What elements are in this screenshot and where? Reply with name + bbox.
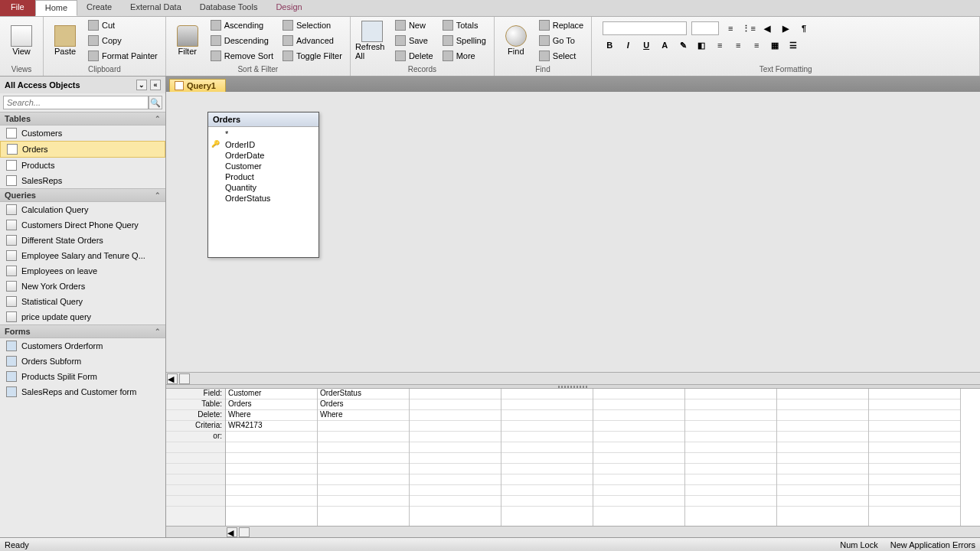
form-customers-orderform[interactable]: Customers Orderform [0, 338, 165, 354]
table-salesreps[interactable]: SalesReps [0, 173, 165, 188]
align-right-icon[interactable]: ≡ [750, 38, 763, 52]
document-tab-query1[interactable]: Query1 [169, 79, 226, 92]
tab-database-tools[interactable]: Database Tools [191, 0, 267, 16]
scroll-left-icon[interactable]: ◀ [227, 527, 237, 537]
form-products-split[interactable]: Products Spilit Form [0, 369, 165, 384]
tab-design[interactable]: Design [266, 0, 311, 16]
underline-button[interactable]: U [639, 38, 653, 52]
new-button[interactable]: New [392, 18, 436, 32]
search-input[interactable] [3, 96, 149, 109]
field-orderdate[interactable]: OrderDate [208, 150, 318, 161]
query-design-upper[interactable]: Orders * OrderID OrderDate Customer Prod… [166, 92, 980, 384]
search-button[interactable]: 🔍 [149, 96, 162, 109]
more-button[interactable]: More [439, 49, 489, 63]
nav-collapse-icon[interactable]: « [150, 80, 161, 90]
fill-color-icon[interactable]: ◧ [694, 38, 708, 52]
goto-button[interactable]: Go To [536, 34, 586, 47]
gridlines-icon[interactable]: ▦ [768, 38, 782, 52]
numbering-icon[interactable]: ⋮≡ [742, 21, 756, 35]
delete-button[interactable]: Delete [392, 49, 436, 63]
grid-col-empty[interactable] [501, 389, 593, 526]
scroll-thumb[interactable] [239, 527, 250, 537]
bold-button[interactable]: B [603, 38, 616, 52]
section-tables[interactable]: Tables⌃ [0, 112, 165, 126]
table-products[interactable]: Products [0, 158, 165, 173]
query-calculation[interactable]: Calculation Query [0, 202, 165, 217]
query-price-update[interactable]: price update query [0, 309, 165, 324]
table-customers[interactable]: Customers [0, 126, 165, 141]
select-button[interactable]: Select [536, 49, 586, 63]
selection-button[interactable]: Selection [279, 18, 345, 32]
table-orders[interactable]: Orders [0, 141, 165, 158]
nav-dropdown-icon[interactable]: ⌄ [136, 80, 147, 90]
nav-pane-header[interactable]: All Access Objects ⌄ « [0, 77, 165, 93]
tab-home[interactable]: Home [35, 0, 77, 16]
scroll-left-icon[interactable]: ◀ [167, 373, 178, 384]
chevron-up-icon[interactable]: ⌃ [155, 328, 161, 335]
grid-col-0[interactable]: Customer Orders Where WR42173 [226, 389, 318, 526]
copy-button[interactable]: Copy [85, 34, 161, 47]
refresh-all-button[interactable]: Refresh All [355, 18, 389, 63]
font-color-icon[interactable]: A [658, 38, 671, 52]
field-product[interactable]: Product [208, 171, 318, 182]
paste-button[interactable]: Paste [48, 18, 82, 63]
tab-external-data[interactable]: External Data [121, 0, 191, 16]
query-employees-leave[interactable]: Employees on leave [0, 263, 165, 279]
field-orderstatus[interactable]: OrderStatus [208, 193, 318, 204]
grid-cell[interactable] [226, 432, 317, 442]
spelling-button[interactable]: Spelling [439, 34, 489, 47]
font-combo[interactable] [603, 21, 687, 35]
ascending-button[interactable]: Ascending [207, 18, 276, 32]
grid-col-empty[interactable] [869, 389, 961, 526]
query-different-state[interactable]: Different State Orders [0, 233, 165, 248]
italic-button[interactable]: I [621, 38, 635, 52]
section-forms[interactable]: Forms⌃ [0, 324, 165, 338]
table-box-orders[interactable]: Orders * OrderID OrderDate Customer Prod… [207, 112, 319, 258]
field-quantity[interactable]: Quantity [208, 182, 318, 193]
status-errors[interactable]: New Application Errors [890, 540, 975, 549]
grid-col-1[interactable]: OrderStatus Orders Where [318, 389, 410, 526]
grid-col-empty[interactable] [777, 389, 869, 526]
font-size-combo[interactable] [691, 21, 719, 35]
query-employee-salary[interactable]: Employee Salary and Tenure Q... [0, 248, 165, 263]
increase-indent-icon[interactable]: ▶ [779, 21, 792, 35]
grid-col-empty[interactable] [410, 389, 501, 526]
highlight-icon[interactable]: ✎ [676, 38, 690, 52]
field-star[interactable]: * [208, 129, 318, 139]
grid-cell[interactable] [318, 421, 409, 432]
tab-create[interactable]: Create [77, 0, 121, 16]
format-painter-button[interactable]: Format Painter [85, 49, 161, 63]
grid-cell[interactable]: Customer [226, 389, 317, 399]
align-left-icon[interactable]: ≡ [713, 38, 727, 52]
grid-horizontal-scroll[interactable]: ◀ [166, 526, 980, 537]
grid-cell[interactable]: WR42173 [226, 421, 317, 432]
field-customer[interactable]: Customer [208, 161, 318, 171]
bullets-icon[interactable]: ≡ [724, 21, 737, 35]
design-horizontal-scroll[interactable]: ◀ [166, 372, 980, 384]
toggle-filter-button[interactable]: Toggle Filter [279, 49, 345, 63]
decrease-indent-icon[interactable]: ◀ [760, 21, 774, 35]
chevron-up-icon[interactable]: ⌃ [155, 115, 161, 122]
descending-button[interactable]: Descending [207, 34, 276, 47]
grid-cell[interactable]: Orders [226, 399, 317, 410]
grid-cell[interactable]: Orders [318, 399, 409, 410]
cut-button[interactable]: Cut [85, 18, 161, 32]
grid-col-empty[interactable] [593, 389, 685, 526]
totals-button[interactable]: Totals [439, 18, 489, 32]
form-salesreps-customer[interactable]: SalesReps and Customer form [0, 384, 165, 399]
query-statistical[interactable]: Statistical Query [0, 294, 165, 309]
text-direction-icon[interactable]: ¶ [797, 21, 811, 35]
find-button[interactable]: Find [499, 18, 533, 63]
grid-col-empty[interactable] [685, 389, 777, 526]
alternate-row-icon[interactable]: ☰ [786, 38, 800, 52]
grid-cell[interactable]: Where [226, 410, 317, 421]
grid-cell[interactable] [318, 432, 409, 442]
field-orderid[interactable]: OrderID [208, 139, 318, 150]
replace-button[interactable]: Replace [536, 18, 586, 32]
form-orders-subform[interactable]: Orders Subform [0, 354, 165, 369]
advanced-button[interactable]: Advanced [279, 34, 345, 47]
scroll-thumb[interactable] [179, 373, 190, 384]
remove-sort-button[interactable]: Remove Sort [207, 49, 276, 63]
section-queries[interactable]: Queries⌃ [0, 188, 165, 202]
view-button[interactable]: View [5, 18, 38, 63]
